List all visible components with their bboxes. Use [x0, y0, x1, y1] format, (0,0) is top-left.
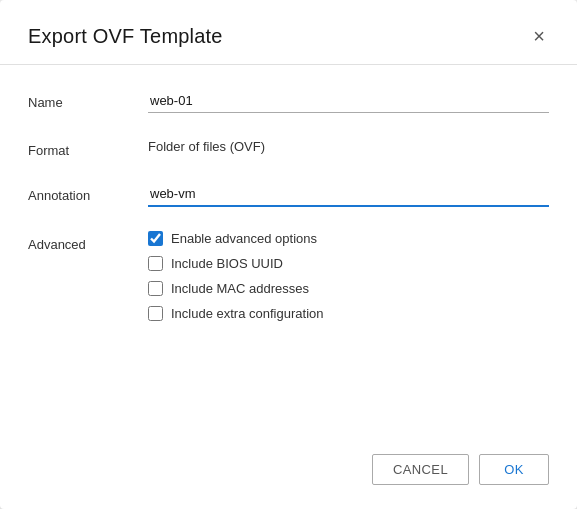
advanced-control: Enable advanced options Include BIOS UUI…	[148, 231, 549, 321]
format-label: Format	[28, 137, 148, 158]
annotation-row: Annotation	[28, 182, 549, 207]
name-input[interactable]	[148, 89, 549, 113]
close-button[interactable]: ×	[529, 24, 549, 48]
export-ovf-dialog: Export OVF Template × Name Format Folder…	[0, 0, 577, 509]
name-row: Name	[28, 89, 549, 113]
include-mac-checkbox[interactable]	[148, 281, 163, 296]
format-control: Folder of files (OVF)	[148, 137, 549, 155]
include-mac-label[interactable]: Include MAC addresses	[171, 281, 309, 296]
dialog-footer: CANCEL OK	[0, 438, 577, 509]
ok-button[interactable]: OK	[479, 454, 549, 485]
header-divider	[0, 64, 577, 65]
checkboxes-group: Enable advanced options Include BIOS UUI…	[148, 231, 549, 321]
dialog-header: Export OVF Template ×	[0, 0, 577, 64]
include-extra-checkbox[interactable]	[148, 306, 163, 321]
enable-advanced-label[interactable]: Enable advanced options	[171, 231, 317, 246]
checkbox-include-bios: Include BIOS UUID	[148, 256, 549, 271]
format-value: Folder of files (OVF)	[148, 134, 265, 154]
name-control	[148, 89, 549, 113]
cancel-button[interactable]: CANCEL	[372, 454, 469, 485]
checkbox-enable-advanced: Enable advanced options	[148, 231, 549, 246]
annotation-input[interactable]	[148, 182, 549, 207]
annotation-label: Annotation	[28, 182, 148, 203]
include-extra-label[interactable]: Include extra configuration	[171, 306, 323, 321]
checkbox-include-extra: Include extra configuration	[148, 306, 549, 321]
dialog-body: Name Format Folder of files (OVF) Annota…	[0, 73, 577, 438]
advanced-row: Advanced Enable advanced options Include…	[28, 231, 549, 321]
annotation-control	[148, 182, 549, 207]
name-label: Name	[28, 89, 148, 110]
checkbox-include-mac: Include MAC addresses	[148, 281, 549, 296]
include-bios-label[interactable]: Include BIOS UUID	[171, 256, 283, 271]
advanced-label: Advanced	[28, 231, 148, 252]
include-bios-checkbox[interactable]	[148, 256, 163, 271]
enable-advanced-checkbox[interactable]	[148, 231, 163, 246]
format-row: Format Folder of files (OVF)	[28, 137, 549, 158]
dialog-title: Export OVF Template	[28, 25, 223, 48]
